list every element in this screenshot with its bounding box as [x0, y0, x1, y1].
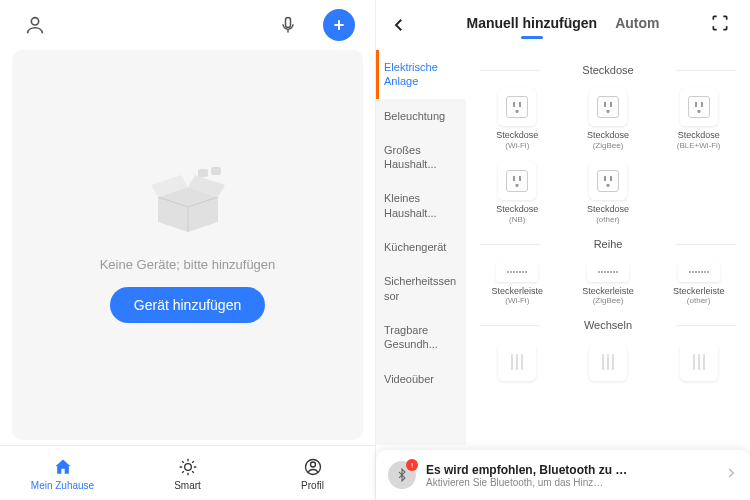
notice-title: Es wird empfohlen, Bluetooth zu … — [426, 463, 714, 477]
device-socket-nb[interactable]: Steckdose (NB) — [472, 158, 563, 232]
svg-point-0 — [31, 18, 38, 25]
alert-badge-icon: ! — [406, 459, 418, 471]
device-type-list: Steckdose Steckdose (Wi-Fi) Steckdose (Z… — [466, 50, 750, 445]
tab-smart[interactable]: Smart — [125, 446, 250, 500]
outlet-icon — [589, 162, 627, 200]
section-title-switch: Wechseln — [472, 319, 744, 331]
empty-state-panel: Keine Geräte; bitte hinzufügen Gerät hin… — [12, 50, 363, 440]
tab-manual-add[interactable]: Manuell hinzufügen — [467, 15, 598, 35]
device-switch-1[interactable] — [472, 339, 563, 389]
notice-subtitle: Aktivieren Sie Bluetooth, um das Hinz… — [426, 477, 714, 488]
bluetooth-icon: ! — [388, 461, 416, 489]
outlet-icon — [498, 88, 536, 126]
section-title-row: Reihe — [472, 238, 744, 250]
tab-smart-label: Smart — [174, 480, 201, 491]
device-strip-other[interactable]: Steckerleiste (other) — [653, 258, 744, 314]
add-device-body: Elektrische Anlage Beleuchtung Großes Ha… — [376, 50, 750, 445]
back-button[interactable] — [390, 16, 416, 34]
bluetooth-notice[interactable]: ! Es wird empfohlen, Bluetooth zu … Akti… — [376, 450, 750, 500]
device-switch-3[interactable] — [653, 339, 744, 389]
device-switch-2[interactable] — [563, 339, 654, 389]
sidebar-item-lighting[interactable]: Beleuchtung — [376, 99, 466, 133]
scan-icon[interactable] — [710, 13, 736, 37]
empty-box-illustration — [143, 167, 233, 237]
outlet-icon — [498, 162, 536, 200]
device-socket-wifi[interactable]: Steckdose (Wi-Fi) — [472, 84, 563, 158]
add-device-screen: Manuell hinzufügen Autom Elektrische Anl… — [375, 0, 750, 500]
svg-point-4 — [184, 463, 191, 470]
sidebar-item-security[interactable]: Sicherheitssensor — [376, 264, 466, 313]
profile-icon[interactable] — [20, 10, 50, 40]
tab-home[interactable]: Mein Zuhause — [0, 446, 125, 500]
home-icon — [52, 456, 74, 478]
sidebar-item-kitchen[interactable]: Küchengerät — [376, 230, 466, 264]
notice-text: Es wird empfohlen, Bluetooth zu … Aktivi… — [426, 463, 714, 488]
bottom-tab-bar: Mein Zuhause Smart Profil — [0, 445, 375, 500]
category-sidebar: Elektrische Anlage Beleuchtung Großes Ha… — [376, 50, 466, 445]
outlet-icon — [589, 88, 627, 126]
home-screen: Keine Geräte; bitte hinzufügen Gerät hin… — [0, 0, 375, 500]
switch-icon — [589, 343, 627, 381]
device-strip-zigbee[interactable]: Steckerleiste (ZigBee) — [563, 258, 654, 314]
svg-rect-1 — [286, 18, 291, 28]
power-strip-icon — [496, 262, 538, 282]
sidebar-item-electrical[interactable]: Elektrische Anlage — [376, 50, 466, 99]
svg-point-6 — [310, 462, 315, 467]
sidebar-item-wearable[interactable]: Tragbare Gesundh... — [376, 313, 466, 362]
tab-auto-add[interactable]: Autom — [615, 15, 659, 35]
sidebar-item-large-appliance[interactable]: Großes Haushalt... — [376, 133, 466, 182]
microphone-icon[interactable] — [273, 10, 303, 40]
smart-icon — [177, 456, 199, 478]
add-header: Manuell hinzufügen Autom — [376, 0, 750, 50]
home-header — [0, 0, 375, 50]
tab-profile[interactable]: Profil — [250, 446, 375, 500]
power-strip-icon — [678, 262, 720, 282]
tab-home-label: Mein Zuhause — [31, 480, 94, 491]
power-strip-icon — [587, 262, 629, 282]
switch-icon — [498, 343, 536, 381]
add-device-button[interactable]: Gerät hinzufügen — [110, 287, 265, 323]
sidebar-item-small-appliance[interactable]: Kleines Haushalt... — [376, 181, 466, 230]
device-socket-ble-wifi[interactable]: Steckdose (BLE+Wi-Fi) — [653, 84, 744, 158]
chevron-right-icon[interactable] — [724, 466, 738, 484]
section-title-socket: Steckdose — [472, 64, 744, 76]
device-socket-zigbee[interactable]: Steckdose (ZigBee) — [563, 84, 654, 158]
tab-profile-label: Profil — [301, 480, 324, 491]
svg-rect-3 — [211, 167, 221, 175]
add-device-plus-button[interactable] — [323, 9, 355, 41]
sidebar-item-video[interactable]: Videoüber — [376, 362, 466, 396]
empty-state-text: Keine Geräte; bitte hinzufügen — [100, 257, 276, 272]
profile-tab-icon — [302, 456, 324, 478]
device-socket-other[interactable]: Steckdose (other) — [563, 158, 654, 232]
switch-icon — [680, 343, 718, 381]
svg-rect-2 — [198, 169, 208, 177]
outlet-icon — [680, 88, 718, 126]
device-strip-wifi[interactable]: Steckerleiste (Wi-Fi) — [472, 258, 563, 314]
